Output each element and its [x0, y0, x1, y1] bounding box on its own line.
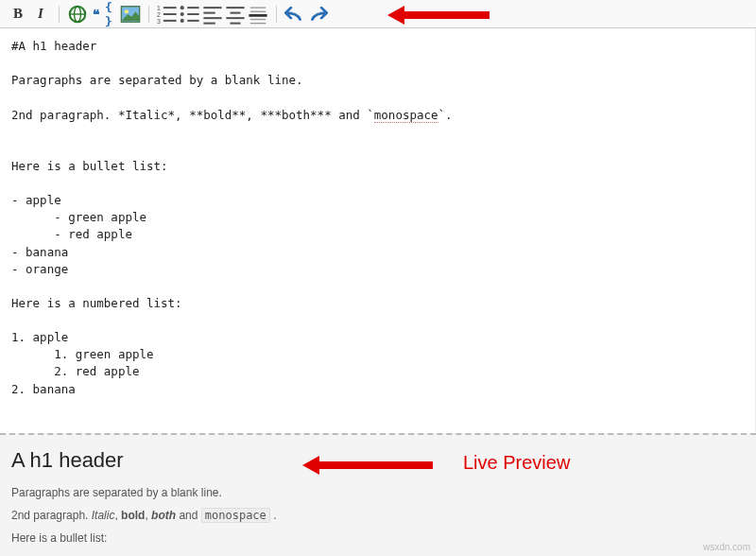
editor-line: Paragraphs are separated by a blank line…: [11, 73, 303, 87]
redo-icon: [307, 4, 328, 25]
svg-text:3: 3: [157, 17, 161, 24]
align-center-icon: [225, 4, 246, 25]
undo-icon: [284, 4, 305, 25]
preview-paragraph: Paragraphs are separated by a blank line…: [11, 486, 745, 499]
align-left-icon: [202, 4, 223, 25]
separator: [148, 6, 149, 23]
code-icon: { }: [105, 0, 118, 28]
svg-point-13: [180, 18, 184, 22]
align-left-button[interactable]: [202, 4, 223, 25]
editor-line: 1. apple: [11, 330, 68, 344]
link-button[interactable]: [67, 4, 88, 25]
markdown-editor[interactable]: #A h1 header Paragraphs are separated by…: [0, 28, 756, 433]
ordered-list-button[interactable]: 123: [157, 4, 178, 25]
editor-line: Here is a numbered list:: [11, 296, 182, 310]
separator: [276, 6, 277, 23]
image-button[interactable]: [120, 4, 141, 25]
globe-icon: [67, 4, 88, 25]
svg-point-11: [180, 6, 184, 9]
watermark: wsxdn.com: [703, 542, 750, 552]
preview-h1: A h1 header: [11, 448, 745, 473]
ul-icon: [180, 4, 200, 25]
preview-paragraph: 2nd paragraph. Italic, bold, both and mo…: [11, 509, 745, 522]
unordered-list-button[interactable]: [180, 4, 200, 25]
editor-line: - banana: [11, 245, 68, 259]
hr-icon: [248, 4, 268, 25]
editor-toolbar: B I ❝ { } 123: [0, 0, 756, 28]
editor-line: - red apple: [11, 227, 132, 241]
preview-paragraph: Here is a bullet list:: [11, 531, 745, 545]
ol-icon: 123: [157, 4, 178, 25]
preview-italic: Italic: [92, 509, 115, 522]
preview-text: .: [270, 509, 277, 522]
editor-line: 1. green apple: [11, 347, 154, 361]
editor-line: `.: [438, 108, 453, 122]
preview-monospace: monospace: [201, 508, 270, 523]
undo-button[interactable]: [284, 4, 305, 25]
preview-bold: bold: [121, 509, 145, 522]
live-preview-panel: A h1 header Paragraphs are separated by …: [0, 433, 756, 556]
svg-point-4: [125, 9, 129, 13]
quote-button[interactable]: ❝: [90, 8, 103, 21]
horizontal-rule-button[interactable]: [248, 4, 268, 25]
editor-line: - green apple: [11, 210, 146, 224]
editor-line: 2. red apple: [11, 364, 139, 378]
editor-line: Here is a bullet list:: [11, 159, 168, 173]
svg-point-12: [180, 11, 184, 15]
preview-text: 2nd paragraph.: [11, 509, 92, 522]
italic-button[interactable]: I: [30, 4, 51, 25]
editor-line: - orange: [11, 262, 68, 276]
editor-line: - apple: [11, 193, 61, 207]
image-icon: [120, 4, 141, 25]
code-button[interactable]: { }: [105, 8, 118, 21]
align-center-button[interactable]: [225, 4, 246, 25]
separator: [59, 6, 60, 23]
editor-line: 2. banana: [11, 382, 76, 396]
quote-icon: ❝: [93, 7, 100, 22]
editor-line: #A h1 header: [11, 39, 96, 53]
editor-monospace: monospace: [374, 108, 438, 123]
bold-button[interactable]: B: [8, 4, 28, 25]
preview-text: and: [176, 509, 201, 522]
editor-line: 2nd paragraph. *Italic*, **bold**, ***bo…: [11, 108, 374, 122]
redo-button[interactable]: [307, 4, 328, 25]
preview-bold-italic: both: [151, 509, 176, 522]
